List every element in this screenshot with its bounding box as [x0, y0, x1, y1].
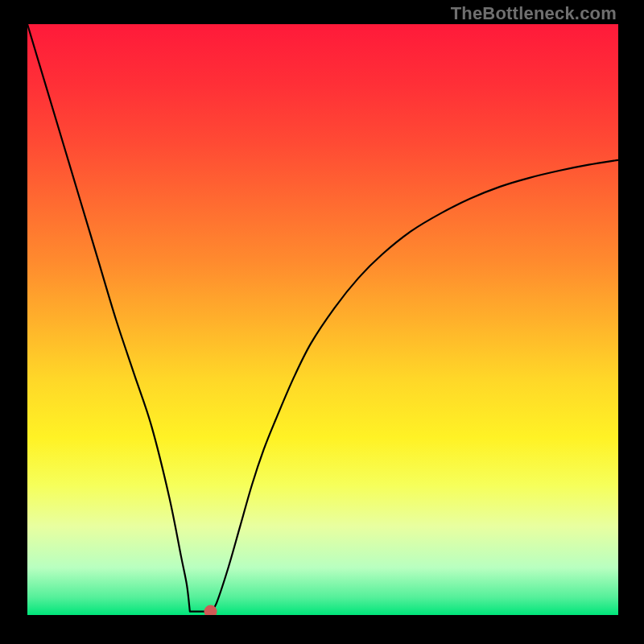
plot-area: [27, 24, 618, 615]
watermark-text: TheBottleneck.com: [451, 3, 617, 24]
chart-frame: TheBottleneck.com: [0, 0, 644, 644]
chart-svg: [27, 24, 618, 615]
